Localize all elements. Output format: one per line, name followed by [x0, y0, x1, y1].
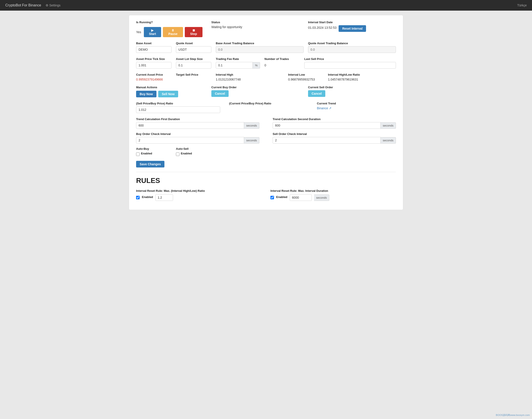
- sell-buy-ratio-label: (Sell Price/Buy Price) Ratio: [136, 102, 220, 105]
- trend-second-duration-input-row: seconds: [273, 122, 396, 129]
- manual-actions-label: Manual Actions: [136, 86, 202, 89]
- rule-interval-duration-label: Interval Reset Rule: Max. Interval Durat…: [270, 189, 396, 193]
- interval-ratio-value: 1.0457487879619631: [328, 78, 396, 81]
- base-asset-input[interactable]: [136, 46, 172, 53]
- base-asset-field: Base Asset: [136, 42, 172, 53]
- interval-date: 01.03.2024 13:52:53: [308, 26, 336, 29]
- quote-trading-balance-field: Quote Asset Trading Balance: [308, 42, 396, 53]
- status-label: Status: [211, 21, 299, 24]
- current-price-buy-ratio-label: (Current Price/Buy Price) Ratio: [229, 102, 308, 105]
- duration-row: Trend Calculation First Duration seconds…: [136, 118, 396, 129]
- interval-section: Interval Start Date 01.03.2024 13:52:53 …: [308, 21, 396, 37]
- auto-buy-checkbox[interactable]: [136, 152, 140, 156]
- last-sell-price-label: Last Sell Price: [304, 57, 396, 61]
- running-yes-label: Yes: [136, 30, 141, 34]
- quote-asset-label: Quote Asset: [176, 42, 211, 45]
- buy-order-check-suffix: seconds: [244, 137, 259, 144]
- buy-order-check-input-row: seconds: [136, 137, 259, 144]
- price-tick-input[interactable]: [136, 62, 172, 69]
- sell-buy-ratio-field: (Sell Price/Buy Price) Ratio: [136, 102, 220, 113]
- sell-buy-ratio-input[interactable]: [136, 106, 220, 113]
- buy-now-button[interactable]: Buy Now: [136, 91, 157, 97]
- current-trend-section: Current Trend Binance ↗: [317, 102, 396, 113]
- check-interval-row: Buy Order Check Interval seconds Sell Or…: [136, 132, 396, 144]
- auto-row: Auto-Buy Enabled Auto-Sell Enabled: [136, 147, 396, 157]
- interval-low-label: Interval Low: [288, 73, 323, 76]
- quote-asset-field: Quote Asset: [176, 42, 211, 53]
- current-price-buy-ratio-field: (Current Price/Buy Price) Ratio: [229, 102, 308, 113]
- rule-interval-ratio-input[interactable]: [155, 194, 173, 201]
- is-running-section: Is Running? Yes ▶ Start ⏸ Pause ⏹ Stop: [136, 21, 202, 37]
- rule-interval-ratio-label: Interval Reset Rule: Max. (Interval High…: [136, 189, 262, 193]
- quote-trading-balance-input: [308, 46, 396, 53]
- is-running-label: Is Running?: [136, 21, 153, 24]
- base-asset-label: Base Asset: [136, 42, 172, 45]
- trend-first-duration-label: Trend Calculation First Duration: [136, 118, 259, 121]
- pause-button[interactable]: ⏸ Pause: [163, 27, 183, 37]
- status-value: Waiting for opportunity: [211, 25, 299, 29]
- auto-sell-label: Auto-Sell: [176, 147, 211, 150]
- sell-order-check-input[interactable]: [273, 137, 381, 144]
- current-sell-order-section: Current Sell Order Cancel: [308, 86, 396, 97]
- sell-order-check-input-row: seconds: [273, 137, 396, 144]
- rules-row: Interval Reset Rule: Max. (Interval High…: [136, 189, 396, 201]
- save-row: Save Changes: [136, 161, 396, 168]
- rule-interval-ratio: Interval Reset Rule: Max. (Interval High…: [136, 189, 262, 201]
- settings-link[interactable]: ⚙ Settings: [46, 3, 60, 7]
- buy-order-check-label: Buy Order Check Interval: [136, 132, 259, 136]
- quote-asset-input[interactable]: [176, 46, 211, 53]
- rule-interval-duration-checkbox[interactable]: [270, 196, 274, 199]
- lot-step-input[interactable]: [176, 62, 211, 69]
- rule-interval-duration-input[interactable]: [290, 194, 312, 201]
- interval-ratio-label: Interval High/Low Ratio: [328, 73, 396, 76]
- status-section: Status Waiting for opportunity: [211, 21, 299, 37]
- base-trading-balance-input: [216, 46, 304, 53]
- auto-sell-section: Auto-Sell Enabled: [176, 147, 211, 157]
- auto-sell-checkbox[interactable]: [176, 152, 179, 156]
- trend-second-duration-field: Trend Calculation Second Duration second…: [273, 118, 396, 129]
- interval-ratio-field: Interval High/Low Ratio 1.04574878796196…: [328, 73, 396, 81]
- sell-now-button[interactable]: Sell Now: [158, 91, 178, 97]
- rule-interval-duration-row: Enabled seconds: [270, 194, 396, 201]
- trading-fee-input[interactable]: [216, 62, 253, 69]
- manual-row: Manual Actions Buy Now Sell Now Current …: [136, 86, 396, 97]
- current-price-buy-ratio-value: [229, 106, 308, 109]
- lot-step-field: Asset Lot Step Size: [176, 57, 211, 69]
- trend-second-duration-input[interactable]: [273, 122, 381, 129]
- interval-low-value: 0.96879959932753: [288, 78, 323, 81]
- target-sell-price-label: Target Sell Price: [176, 73, 211, 76]
- auto-buy-enabled-label: Enabled: [141, 152, 152, 155]
- cancel-buy-button[interactable]: Cancel: [211, 90, 229, 97]
- section-divider: [136, 172, 396, 172]
- language-selector[interactable]: Türkçe: [517, 3, 527, 7]
- rule-interval-duration: Interval Reset Rule: Max. Interval Durat…: [270, 189, 396, 201]
- asset-row: Base Asset Quote Asset Base Asset Tradin…: [136, 42, 396, 53]
- manual-actions-section: Manual Actions Buy Now Sell Now: [136, 86, 202, 97]
- start-button[interactable]: ▶ Start: [144, 27, 161, 37]
- binance-link[interactable]: Binance ↗: [317, 106, 332, 110]
- interval-high-field: Interval High 1.0131210067748: [216, 73, 284, 81]
- fee-row: Asset Price Tick Size Asset Lot Step Siz…: [136, 57, 396, 69]
- target-sell-price-field: Target Sell Price: [176, 73, 211, 81]
- sell-order-check-label: Sell Order Check Interval: [273, 132, 396, 136]
- buy-order-check-input[interactable]: [136, 137, 244, 144]
- sell-order-check-field: Sell Order Check Interval seconds: [273, 132, 396, 144]
- is-running-controls: Yes ▶ Start ⏸ Pause ⏹ Stop: [136, 27, 202, 37]
- trend-first-duration-input-row: seconds: [136, 122, 259, 129]
- stop-button[interactable]: ⏹ Stop: [185, 27, 202, 37]
- auto-buy-checkbox-row: Enabled: [136, 152, 172, 157]
- trading-fee-input-row: %: [216, 62, 260, 69]
- trend-first-duration-input[interactable]: [136, 122, 244, 129]
- cancel-sell-button[interactable]: Cancel: [308, 90, 325, 97]
- base-trading-balance-field: Base Asset Trading Balance: [216, 42, 304, 53]
- reset-interval-button[interactable]: Reset Interval: [339, 25, 366, 32]
- rule-interval-duration-suffix: seconds: [314, 195, 329, 201]
- save-changes-button[interactable]: Save Changes: [136, 161, 164, 168]
- lot-step-label: Asset Lot Step Size: [176, 57, 211, 61]
- quote-trading-balance-label: Quote Asset Trading Balance: [308, 42, 396, 45]
- rule-interval-ratio-checkbox[interactable]: [136, 196, 140, 199]
- base-trading-balance-label: Base Asset Trading Balance: [216, 42, 304, 45]
- trend-first-duration-field: Trend Calculation First Duration seconds: [136, 118, 259, 129]
- last-sell-price-input[interactable]: [304, 62, 396, 69]
- ratio-row: (Sell Price/Buy Price) Ratio (Current Pr…: [136, 102, 396, 113]
